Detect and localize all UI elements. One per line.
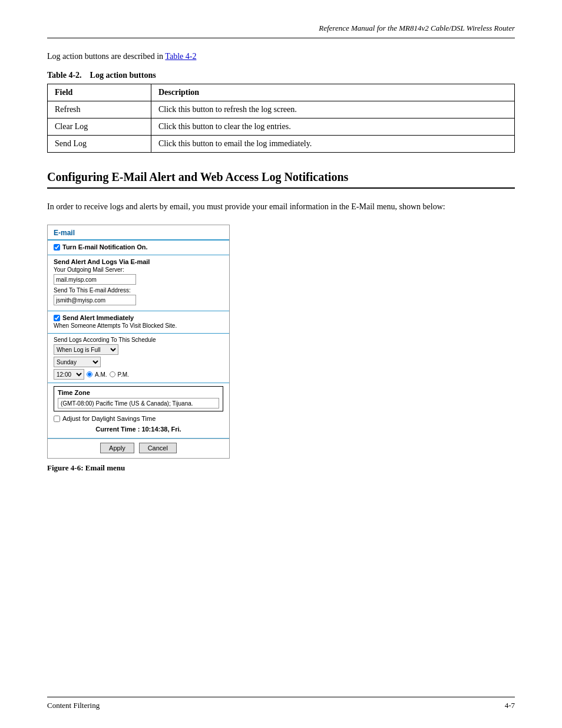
table-row: Clear Log Click this button to clear the… bbox=[48, 118, 515, 136]
desc-refresh: Click this button to refresh the log scr… bbox=[151, 101, 514, 118]
pm-radio[interactable] bbox=[110, 371, 115, 377]
intro-paragraph: Log action buttons are described in Tabl… bbox=[47, 50, 515, 62]
send-immediately-label: Send Alert Immediately bbox=[62, 314, 134, 321]
desc-clearlog: Click this button to clear the log entri… bbox=[151, 118, 514, 136]
page-header: Reference Manual for the MR814v2 Cable/D… bbox=[47, 24, 515, 38]
page-footer: Content Filtering 4-7 bbox=[47, 697, 515, 710]
desc-sendlog: Click this button to email the log immed… bbox=[151, 136, 514, 153]
am-radio[interactable] bbox=[87, 371, 92, 377]
cancel-button[interactable]: Cancel bbox=[139, 443, 177, 453]
timezone-section-label: Time Zone bbox=[58, 389, 219, 396]
timezone-box: Time Zone bbox=[54, 386, 223, 411]
current-time: Current Time : 10:14:38, Fri. bbox=[54, 423, 223, 435]
outgoing-mail-input[interactable] bbox=[54, 274, 136, 285]
turn-on-section: Turn E-mail Notification On. bbox=[48, 241, 229, 255]
am-label: A.M. bbox=[95, 371, 107, 378]
figure-container: E-mail Turn E-mail Notification On. Send… bbox=[47, 225, 515, 473]
dst-row[interactable]: Adjust for Daylight Savings Time bbox=[54, 415, 223, 422]
dst-checkbox[interactable] bbox=[54, 416, 60, 422]
send-immediately-checkbox[interactable] bbox=[54, 315, 60, 321]
email-menu-box: E-mail Turn E-mail Notification On. Send… bbox=[47, 225, 230, 459]
table-caption-num: Table 4-2. bbox=[47, 71, 82, 80]
send-immediately-section: Send Alert Immediately When Someone Atte… bbox=[48, 311, 229, 334]
outgoing-mail-label: Your Outgoing Mail Server: bbox=[54, 266, 223, 273]
schedule-label: Send Logs According To This Schedule bbox=[54, 337, 223, 343]
time-dropdown[interactable]: 12:00 bbox=[54, 369, 84, 380]
time-row: 12:00 A.M. P.M. bbox=[54, 369, 223, 380]
header-title: Reference Manual for the MR814v2 Cable/D… bbox=[319, 24, 515, 32]
apply-button[interactable]: Apply bbox=[100, 443, 134, 453]
pm-label: P.M. bbox=[118, 371, 129, 378]
table-header-row: Field Description bbox=[48, 84, 515, 101]
send-alert-label: Send Alert And Logs Via E-mail bbox=[54, 258, 223, 265]
dst-label: Adjust for Daylight Savings Time bbox=[62, 415, 156, 422]
send-immediately-row[interactable]: Send Alert Immediately bbox=[54, 314, 223, 321]
section-divider bbox=[47, 187, 515, 189]
table-caption-label: Log action buttons bbox=[90, 71, 156, 80]
button-row: Apply Cancel bbox=[48, 439, 229, 458]
log-action-table: Field Description Refresh Click this but… bbox=[47, 84, 515, 153]
section-body: In order to receive logs and alerts by e… bbox=[47, 200, 515, 213]
table-row: Send Log Click this button to email the … bbox=[48, 136, 515, 153]
send-alert-section: Send Alert And Logs Via E-mail Your Outg… bbox=[48, 255, 229, 311]
figure-caption: Figure 4-6: Email menu bbox=[47, 463, 125, 473]
turn-on-row[interactable]: Turn E-mail Notification On. bbox=[54, 243, 223, 251]
field-refresh: Refresh bbox=[48, 101, 151, 118]
schedule-section: Send Logs According To This Schedule Whe… bbox=[48, 334, 229, 383]
day-dropdown[interactable]: Sunday bbox=[54, 357, 101, 367]
col-description: Description bbox=[151, 84, 514, 101]
blocked-site-label: When Someone Attempts To Visit Blocked S… bbox=[54, 322, 223, 329]
section-heading: Configuring E-Mail Alert and Web Access … bbox=[47, 170, 515, 184]
table-link[interactable]: Table 4-2 bbox=[165, 52, 196, 61]
intro-text: Log action buttons are described in bbox=[47, 52, 165, 61]
timezone-section: Time Zone Adjust for Daylight Savings Ti… bbox=[48, 383, 229, 439]
turn-on-checkbox[interactable] bbox=[54, 244, 60, 251]
send-to-label: Send To This E-mail Address: bbox=[54, 287, 223, 294]
footer-left: Content Filtering bbox=[47, 701, 100, 710]
email-menu-title: E-mail bbox=[48, 225, 229, 241]
table-caption: Table 4-2. Log action buttons bbox=[47, 71, 515, 80]
field-clearlog: Clear Log bbox=[48, 118, 151, 136]
schedule-dropdown[interactable]: When Log is Full bbox=[54, 344, 118, 355]
table-row: Refresh Click this button to refresh the… bbox=[48, 101, 515, 118]
turn-on-label: Turn E-mail Notification On. bbox=[62, 243, 148, 251]
col-field: Field bbox=[48, 84, 151, 101]
send-to-input[interactable] bbox=[54, 295, 136, 305]
timezone-input[interactable] bbox=[58, 398, 219, 409]
field-sendlog: Send Log bbox=[48, 136, 151, 153]
footer-right: 4-7 bbox=[505, 701, 515, 710]
